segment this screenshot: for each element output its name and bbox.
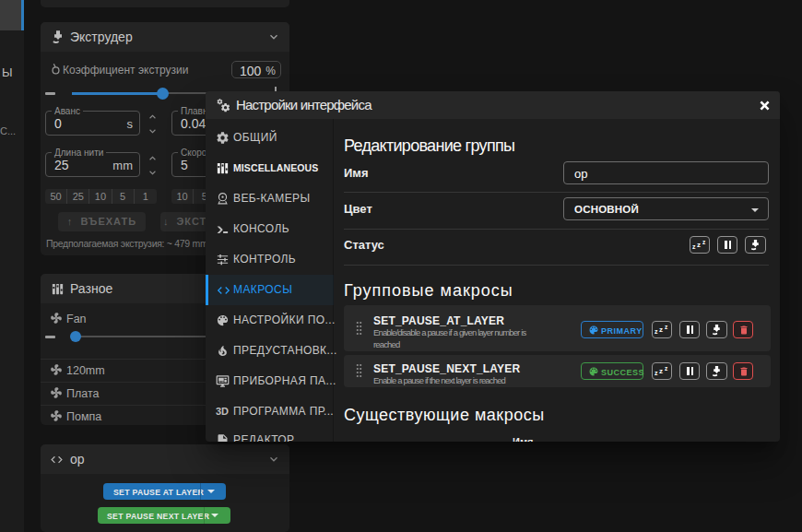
- svg-text:z: z: [655, 370, 658, 376]
- svg-text:z: z: [655, 328, 658, 335]
- svg-text:z: z: [692, 243, 696, 250]
- svg-text:z: z: [702, 239, 706, 245]
- svg-text:z: z: [697, 241, 701, 249]
- svg-text:z: z: [659, 325, 663, 334]
- svg-text:z: z: [665, 324, 668, 330]
- svg-text:z: z: [659, 367, 663, 375]
- svg-text:z: z: [665, 365, 668, 372]
